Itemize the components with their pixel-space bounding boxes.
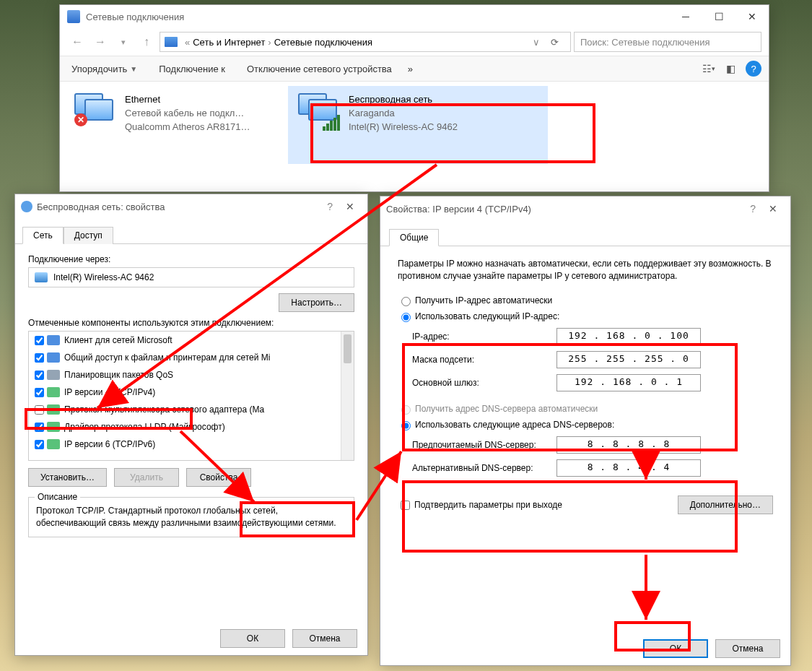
connect-using-label: Подключение через:	[28, 254, 354, 264]
close-button[interactable]: ✕	[339, 201, 362, 212]
address-bar[interactable]: « Сеть и Интернет › Сетевые подключения …	[160, 32, 571, 52]
address-dropdown-icon[interactable]: ∨	[530, 37, 543, 48]
search-input[interactable]: Поиск: Сетевые подключения	[574, 32, 761, 52]
window-title: Сетевые подключения	[86, 12, 184, 22]
maximize-button[interactable]: ☐	[702, 6, 735, 27]
help-button[interactable]: ?	[744, 203, 761, 215]
checkbox[interactable]	[35, 336, 44, 345]
configure-button[interactable]: Настроить…	[279, 293, 354, 312]
crumb-chevron: «	[182, 37, 193, 48]
properties-button[interactable]: Свойства	[186, 468, 251, 487]
cancel-button[interactable]: Отмена	[715, 639, 780, 658]
cancel-button[interactable]: Отмена	[292, 629, 357, 648]
up-button[interactable]: ↑	[136, 32, 157, 52]
intro-text: Параметры IP можно назначать автоматичес…	[398, 258, 773, 283]
connect-to-button[interactable]: Подключение к	[154, 61, 230, 77]
checkbox[interactable]	[35, 371, 44, 380]
list-item: Планировщик пакетов QoS	[29, 366, 354, 384]
back-button[interactable]: ←	[67, 32, 87, 52]
list-item: Протокол мультиплексора сетевого адаптер…	[29, 401, 354, 418]
radio[interactable]	[401, 421, 411, 430]
checkbox[interactable]	[35, 405, 44, 415]
radio-manual-ip[interactable]: Использовать следующий IP-адрес:	[398, 311, 773, 322]
advanced-button[interactable]: Дополнительно…	[678, 495, 773, 514]
radio[interactable]	[401, 297, 411, 306]
organize-menu[interactable]: Упорядочить▼	[67, 61, 141, 77]
disconnected-icon: ✕	[74, 113, 87, 126]
adapter-ethernet[interactable]: ✕ Ethernet Сетевой кабель не подкл… Qual…	[64, 86, 281, 164]
adapter-status: Сетевой кабель не подкл…	[125, 107, 250, 121]
refresh-button[interactable]: ⟳	[543, 37, 566, 48]
more-commands[interactable]: »	[403, 61, 417, 77]
minimize-button[interactable]: ─	[669, 6, 702, 27]
protocol-icon	[47, 404, 60, 415]
components-label: Отмеченные компоненты используются этим …	[28, 318, 354, 328]
titlebar: Свойства: IP версии 4 (TCP/IPv4) ? ✕	[380, 196, 790, 221]
ip-address-input[interactable]: 192 . 168 . 0 . 100	[556, 328, 701, 345]
tab-access[interactable]: Доступ	[64, 227, 113, 244]
close-button[interactable]: ✕	[735, 6, 769, 27]
description-group: Описание Протокол TCP/IP. Стандартный пр…	[28, 497, 354, 537]
validate-checkbox[interactable]	[401, 501, 410, 510]
checkbox[interactable]	[35, 440, 44, 449]
list-item: IP версии 6 (TCP/IPv6)	[29, 436, 354, 453]
subnet-mask-input[interactable]: 255 . 255 . 255 . 0	[556, 351, 701, 368]
tab-general[interactable]: Общие	[389, 229, 439, 246]
signal-strength-icon	[323, 115, 340, 131]
protocol-icon	[47, 439, 60, 449]
service-icon	[47, 352, 60, 363]
ok-button[interactable]: ОК	[643, 639, 708, 658]
gateway-label: Основной шлюз:	[412, 378, 556, 388]
crumb-separator: ›	[265, 37, 274, 48]
disable-device-button[interactable]: Отключение сетевого устройства	[243, 61, 396, 77]
network-icon	[67, 10, 80, 23]
client-icon	[47, 335, 60, 345]
install-button[interactable]: Установить…	[28, 468, 107, 487]
recent-dropdown[interactable]: ▾	[113, 32, 134, 52]
help-button[interactable]: ?	[321, 201, 339, 212]
adapter-wifi[interactable]: Беспроводная сеть Karaganda Intel(R) Wir…	[288, 86, 548, 164]
close-button[interactable]: ✕	[761, 203, 785, 215]
description-text: Протокол TCP/IP. Стандартный протокол гл…	[36, 505, 346, 529]
wifi-icon	[298, 93, 339, 129]
tab-strip: Общие	[380, 221, 790, 246]
ipv4-properties-dialog: Свойства: IP версии 4 (TCP/IPv4) ? ✕ Общ…	[380, 196, 791, 666]
ethernet-icon: ✕	[74, 93, 115, 129]
list-item-ipv4: IP версии 4 (TCP/IPv4)	[29, 384, 354, 401]
protocol-icon	[47, 387, 60, 397]
validate-checkbox-row[interactable]: Подтвердить параметры при выходе	[398, 498, 562, 512]
adapter-driver: Qualcomm Atheros AR8171…	[125, 121, 250, 134]
nic-name: Intel(R) Wireless-AC 9462	[53, 272, 154, 282]
crumb-network[interactable]: Сеть и Интернет	[193, 37, 265, 48]
radio	[401, 405, 411, 415]
radio[interactable]	[401, 313, 411, 322]
dialog-title: Свойства: IP версии 4 (TCP/IPv4)	[386, 204, 531, 215]
tab-network[interactable]: Сеть	[22, 227, 64, 244]
adapter-status: Karaganda	[349, 107, 458, 121]
list-item: Клиент для сетей Microsoft	[29, 332, 354, 349]
mask-label: Маска подсети:	[412, 355, 556, 365]
description-legend: Описание	[35, 492, 80, 502]
adapter-driver: Intel(R) Wireless-AC 9462	[349, 121, 458, 134]
radio-manual-dns[interactable]: Использовать следующие адреса DNS-сервер…	[398, 419, 773, 430]
forward-button[interactable]: →	[90, 32, 110, 52]
crumb-connections[interactable]: Сетевые подключения	[274, 37, 372, 48]
preview-pane-icon[interactable]: ◧	[722, 61, 738, 77]
view-options-icon[interactable]: ☷▾	[701, 61, 717, 77]
radio-auto-ip[interactable]: Получить IP-адрес автоматически	[398, 295, 773, 306]
checkbox[interactable]	[35, 388, 44, 397]
alternate-dns-input[interactable]: 8 . 8 . 4 . 4	[556, 459, 701, 477]
gateway-input[interactable]: 192 . 168 . 0 . 1	[556, 374, 701, 391]
address-bar-row: ← → ▾ ↑ « Сеть и Интернет › Сетевые подк…	[60, 28, 769, 56]
checkbox[interactable]	[35, 353, 44, 363]
checkbox[interactable]	[35, 423, 44, 432]
components-list[interactable]: Клиент для сетей Microsoft Общий доступ …	[28, 331, 354, 461]
scrollbar[interactable]	[341, 332, 354, 460]
remove-button: Удалить	[114, 468, 179, 487]
nic-icon	[35, 272, 48, 282]
help-icon[interactable]: ?	[746, 61, 761, 77]
search-placeholder: Поиск: Сетевые подключения	[580, 37, 710, 48]
preferred-dns-input[interactable]: 8 . 8 . 8 . 8	[556, 436, 701, 454]
adapters-list: ✕ Ethernet Сетевой кабель не подкл… Qual…	[60, 82, 769, 168]
ok-button[interactable]: ОК	[220, 629, 285, 648]
